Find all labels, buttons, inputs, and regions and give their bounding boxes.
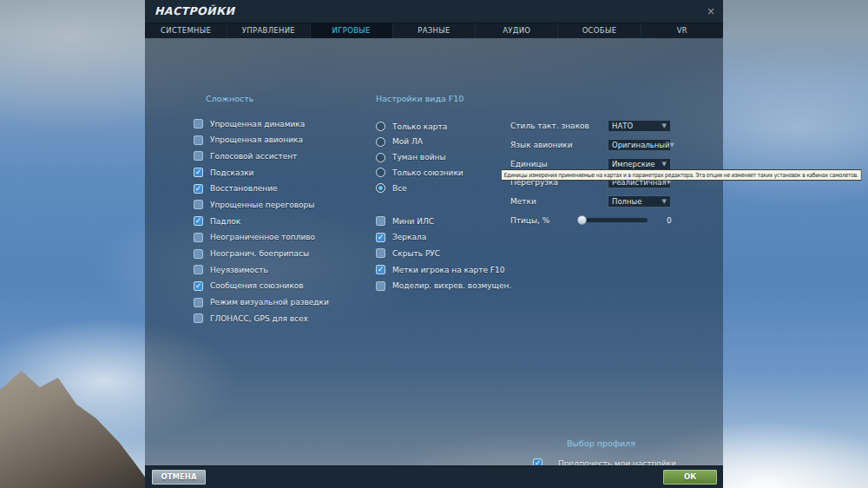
difficulty-option[interactable]: Неогранич. боеприпасы bbox=[194, 249, 329, 259]
checkbox-label: Голосовой ассистент bbox=[210, 152, 297, 161]
chevron-down-icon: ▼ bbox=[662, 122, 667, 129]
radio-button[interactable] bbox=[376, 137, 385, 147]
checkbox-label: Зеркала bbox=[392, 233, 426, 241]
view-checkbox-list: Мини ИЛС Зеркала Скрыть РУС Метки игрока… bbox=[376, 216, 511, 291]
units-tooltip: Единицы измерения применяемые на картах … bbox=[501, 169, 861, 181]
checkbox-label: ГЛОНАСС, GPS для всех bbox=[210, 314, 308, 323]
tab-audio[interactable]: АУДИО bbox=[476, 23, 558, 38]
dropdown-value: Оригинальный bbox=[612, 141, 670, 149]
checkbox[interactable] bbox=[194, 119, 203, 129]
f10-radio-option[interactable]: Туман войны bbox=[376, 153, 464, 162]
option-label: Язык авионики bbox=[510, 139, 573, 151]
checkbox-label: Неогранич. боеприпасы bbox=[210, 249, 309, 258]
chevron-down-icon: ▼ bbox=[670, 142, 674, 148]
tab-special[interactable]: ОСОБЫЕ bbox=[558, 23, 641, 38]
difficulty-header: Сложность bbox=[206, 94, 253, 103]
difficulty-option[interactable]: Падлок bbox=[194, 216, 329, 226]
checkbox-label: Упрощенная динамика bbox=[210, 120, 305, 129]
settings-content: Сложность Упрощенная динамика Упрощенная… bbox=[145, 38, 723, 465]
checkbox[interactable] bbox=[376, 281, 385, 291]
difficulty-option[interactable]: Голосовой ассистент bbox=[194, 151, 329, 161]
tab-systems[interactable]: СИСТЕМНЫЕ bbox=[145, 23, 227, 38]
f10-radio-option[interactable]: Только союзники bbox=[376, 168, 464, 177]
page-title: НАСТРОЙКИ bbox=[155, 4, 234, 17]
checkbox[interactable] bbox=[376, 216, 385, 226]
checkbox[interactable] bbox=[194, 216, 203, 226]
cancel-button[interactable]: ОТМЕНА bbox=[152, 470, 206, 485]
ok-button[interactable]: ОК bbox=[663, 470, 717, 485]
difficulty-list: Упрощенная динамика Упрощенная авионика … bbox=[194, 119, 329, 323]
radio-label: Только карта bbox=[392, 122, 447, 131]
birds-slider-handle[interactable] bbox=[577, 215, 587, 225]
difficulty-option[interactable]: Режим визуальной разведки bbox=[194, 298, 329, 307]
tab-misc[interactable]: РАЗНЫЕ bbox=[393, 23, 476, 38]
f10-radio-option[interactable]: Только карта bbox=[376, 122, 464, 131]
footer-bar: ОТМЕНА ОК bbox=[145, 465, 723, 488]
checkbox-label: Мини ИЛС bbox=[392, 217, 434, 226]
difficulty-option[interactable]: ГЛОНАСС, GPS для всех bbox=[194, 313, 329, 323]
difficulty-option[interactable]: Упрощенная динамика bbox=[194, 119, 329, 129]
checkbox[interactable] bbox=[194, 184, 203, 194]
checkbox-label: Падлок bbox=[210, 217, 240, 226]
dropdown-value: Полные bbox=[612, 197, 642, 206]
view-option[interactable]: Скрыть РУС bbox=[376, 248, 511, 258]
checkbox-label: Скрыть РУС bbox=[392, 249, 440, 258]
checkbox-label: Подсказки bbox=[210, 168, 253, 177]
profile-header: Выбор профиля bbox=[567, 439, 635, 448]
checkbox[interactable] bbox=[194, 135, 203, 145]
dropdown-labels[interactable]: Полные▼ bbox=[608, 195, 671, 208]
difficulty-option[interactable]: Упрощенная авионика bbox=[194, 135, 329, 145]
checkbox[interactable] bbox=[194, 168, 203, 177]
difficulty-option[interactable]: Упрощенные переговоры bbox=[194, 200, 329, 209]
close-icon[interactable]: × bbox=[707, 5, 715, 17]
checkbox[interactable] bbox=[194, 265, 203, 274]
view-option[interactable]: Зеркала bbox=[376, 233, 511, 242]
checkbox[interactable] bbox=[194, 249, 203, 259]
checkbox[interactable] bbox=[376, 233, 385, 242]
difficulty-option[interactable]: Подсказки bbox=[194, 168, 329, 177]
chevron-down-icon: ▼ bbox=[662, 161, 667, 168]
checkbox[interactable] bbox=[376, 248, 385, 258]
radio-button[interactable] bbox=[376, 122, 385, 131]
tab-controls[interactable]: УПРАВЛЕНИЕ bbox=[227, 23, 310, 38]
view-option[interactable]: Метки игрока на карте F10 bbox=[376, 265, 511, 274]
radio-label: Мой ЛА bbox=[392, 137, 423, 146]
checkbox-label: Сообщения союзников bbox=[210, 281, 304, 290]
radio-button[interactable] bbox=[376, 183, 385, 193]
dropdown-value: Имперские bbox=[612, 160, 655, 168]
view-option[interactable]: Мини ИЛС bbox=[376, 216, 511, 226]
difficulty-option[interactable]: Сообщения союзников bbox=[194, 281, 329, 291]
checkbox[interactable] bbox=[194, 200, 203, 209]
checkbox[interactable] bbox=[194, 151, 203, 161]
difficulty-option[interactable]: Неограниченное топливо bbox=[194, 233, 329, 242]
dropdown-units[interactable]: Имперские▼ bbox=[608, 158, 671, 170]
radio-label: Туман войны bbox=[392, 153, 446, 162]
birds-slider-value: 0 bbox=[667, 214, 672, 227]
checkbox-label: Моделир. вихрев. возмущен. bbox=[392, 281, 511, 290]
f10-radio-option[interactable]: Мой ЛА bbox=[376, 137, 464, 147]
radio-label: Только союзники bbox=[392, 168, 464, 177]
radio-button[interactable] bbox=[376, 153, 385, 162]
tab-gameplay[interactable]: ИГРОВЫЕ bbox=[311, 23, 393, 38]
settings-window: НАСТРОЙКИ × СИСТЕМНЫЕ УПРАВЛЕНИЕ ИГРОВЫЕ… bbox=[145, 0, 723, 488]
f10-view-header: Настройки вида F10 bbox=[376, 94, 464, 103]
f10-radio-option[interactable]: Все bbox=[376, 183, 464, 193]
difficulty-option[interactable]: Восстановление bbox=[194, 184, 329, 194]
checkbox-label: Упрощенные переговоры bbox=[210, 201, 314, 209]
checkbox-label: Неуязвимость bbox=[210, 266, 268, 274]
checkbox[interactable] bbox=[194, 233, 203, 242]
checkbox[interactable] bbox=[194, 281, 203, 291]
tab-vr[interactable]: VR bbox=[641, 23, 723, 38]
difficulty-option[interactable]: Неуязвимость bbox=[194, 265, 329, 274]
checkbox[interactable] bbox=[194, 298, 203, 307]
checkbox-label: Упрощенная авионика bbox=[210, 135, 303, 144]
checkbox[interactable] bbox=[376, 265, 385, 274]
birds-slider-track[interactable] bbox=[580, 218, 648, 222]
radio-button[interactable] bbox=[376, 168, 385, 177]
checkbox[interactable] bbox=[194, 313, 203, 323]
radio-label: Все bbox=[392, 184, 407, 193]
dropdown-tactical-symbols[interactable]: НАТО▼ bbox=[608, 120, 671, 132]
checkbox-label: Режим визуальной разведки bbox=[210, 298, 329, 307]
view-option[interactable]: Моделир. вихрев. возмущен. bbox=[376, 281, 511, 291]
dropdown-avionics-language[interactable]: Оригинальный▼ bbox=[608, 139, 671, 151]
